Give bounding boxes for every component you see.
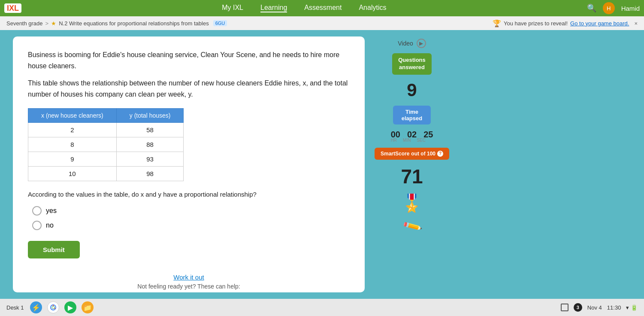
logo-text: IXL — [7, 4, 19, 12]
timer-hr-label: HR — [391, 138, 397, 143]
svg-point-1 — [52, 306, 54, 309]
breadcrumb-label[interactable]: N.2 Write equations for proportional rel… — [59, 20, 209, 27]
table-cell-y: 88 — [116, 137, 184, 152]
submit-button[interactable]: Submit — [28, 241, 80, 258]
timer-sec-label: SEC — [417, 138, 426, 143]
table-cell-y: 58 — [116, 123, 184, 137]
table-row: 888 — [28, 137, 184, 152]
user-avatar[interactable]: H — [603, 2, 615, 14]
video-label: Video — [398, 40, 413, 47]
taskbar-notification-dot[interactable]: 3 — [574, 303, 582, 312]
breadcrumb-star-icon: ★ — [51, 20, 56, 27]
table-row: 993 — [28, 152, 184, 167]
questions-answered-label: Questionsanswered — [398, 57, 426, 70]
taskbar-time: 11:30 — [607, 304, 621, 311]
table-row: 258 — [28, 123, 184, 137]
timer-display: 00 02 25 HR MIN SEC — [391, 130, 433, 143]
pencil-icon: ✏️ — [401, 216, 423, 237]
nav-learning[interactable]: Learning — [260, 4, 287, 12]
breadcrumb-grade[interactable]: Seventh grade — [6, 20, 43, 27]
username-label: Hamid — [621, 5, 640, 12]
time-elapsed-label: Timeelapsed — [402, 109, 422, 122]
time-elapsed-button[interactable]: Timeelapsed — [393, 106, 431, 125]
work-it-out-link[interactable]: Work it out — [28, 273, 350, 281]
video-button[interactable]: ▶ — [417, 39, 426, 48]
nav-links: My IXL Learning Assessment Analytics — [34, 4, 574, 12]
search-icon[interactable]: 🔍 — [587, 3, 596, 13]
taskbar-icons: ⚡ ▶ 📁 — [30, 301, 94, 313]
questions-count: 9 — [407, 80, 417, 100]
smartscore-sub-label: out of 100 — [411, 151, 435, 157]
taskbar: Desk 1 ⚡ ▶ 📁 3 Nov 4 11:30 ▾ 🔋 — [0, 299, 644, 316]
question-card: Business is booming for Eddie's house cl… — [13, 36, 365, 292]
smartscore-info-icon[interactable]: ? — [437, 151, 443, 157]
col1-header: x (new house cleaners) — [28, 109, 117, 123]
problem-paragraph1: Business is booming for Eddie's house cl… — [28, 49, 350, 71]
answer-options: yes no — [32, 206, 350, 230]
table-cell-y: 93 — [116, 152, 184, 167]
nav-right: 🔍 H Hamid — [587, 2, 640, 14]
taskbar-date: Nov 4 — [587, 304, 602, 311]
smartscore-value: 71 — [401, 165, 423, 188]
play-icon: ▶ — [419, 40, 423, 46]
table-row: 1098 — [28, 167, 184, 181]
taskbar-right: 3 Nov 4 11:30 ▾ 🔋 — [561, 303, 638, 312]
col2-header: y (total houses) — [116, 109, 184, 123]
taskbar-square-icon[interactable] — [561, 304, 568, 311]
main-area: Business is booming for Eddie's house cl… — [0, 30, 644, 299]
smartscore-label: SmartScore — [381, 151, 409, 157]
work-it-out-section: Work it out Not feeling ready yet? These… — [28, 273, 350, 290]
prize-notice: 🏆 You have prizes to reveal! Go to your … — [493, 19, 638, 27]
right-panel: Video ▶ Questionsanswered 9 Timeelapsed … — [373, 36, 450, 292]
radio-yes[interactable] — [32, 206, 42, 216]
taskbar-desk: Desk 1 — [6, 304, 24, 311]
table-cell-x: 8 — [28, 137, 117, 152]
proportional-table: x (new house cleaners) y (total houses) … — [28, 108, 184, 181]
breadcrumb-bar: Seventh grade > ★ N.2 Write equations fo… — [0, 16, 644, 30]
breadcrumb-code: 6GU — [213, 20, 227, 26]
table-cell-x: 10 — [28, 167, 117, 181]
taskbar-play-icon[interactable]: ▶ — [64, 301, 76, 313]
prize-text: You have prizes to reveal! — [504, 20, 568, 27]
question-text: According to the values in the table, do… — [28, 190, 350, 200]
taskbar-chrome-icon[interactable] — [47, 301, 59, 313]
ribbon-icon: 🎖️ — [401, 193, 423, 213]
timer-min-label: MIN — [403, 138, 411, 143]
option-yes[interactable]: yes — [32, 206, 350, 216]
option-no[interactable]: no — [32, 221, 350, 230]
breadcrumb-sep: > — [45, 20, 49, 27]
nav-my-ixl[interactable]: My IXL — [222, 4, 243, 12]
top-navigation: IXL My IXL Learning Assessment Analytics… — [0, 0, 644, 16]
problem-paragraph2: This table shows the relationship betwee… — [28, 78, 350, 100]
taskbar-wifi-icon: ▾ 🔋 — [626, 304, 638, 311]
taskbar-folder-icon[interactable]: 📁 — [82, 301, 94, 313]
smartscore-button[interactable]: SmartScore out of 100 ? — [375, 148, 449, 160]
video-section: Video ▶ — [398, 39, 426, 48]
ixl-logo[interactable]: IXL — [4, 3, 21, 13]
taskbar-spark-icon[interactable]: ⚡ — [30, 301, 42, 313]
questions-answered-button[interactable]: Questionsanswered — [392, 53, 432, 75]
table-cell-x: 2 — [28, 123, 117, 137]
close-prize-button[interactable]: × — [634, 20, 638, 27]
option-yes-label: yes — [46, 207, 57, 215]
radio-no[interactable] — [32, 221, 42, 230]
table-cell-y: 98 — [116, 167, 184, 181]
nav-assessment[interactable]: Assessment — [304, 4, 342, 12]
table-cell-x: 9 — [28, 152, 117, 167]
work-it-out-subtitle: Not feeling ready yet? These can help: — [28, 283, 350, 290]
data-table-wrapper: x (new house cleaners) y (total houses) … — [28, 108, 350, 181]
nav-analytics[interactable]: Analytics — [359, 4, 386, 12]
trophy-icon: 🏆 — [493, 19, 501, 27]
prize-link[interactable]: Go to your game board. — [570, 20, 629, 27]
option-no-label: no — [46, 222, 54, 229]
